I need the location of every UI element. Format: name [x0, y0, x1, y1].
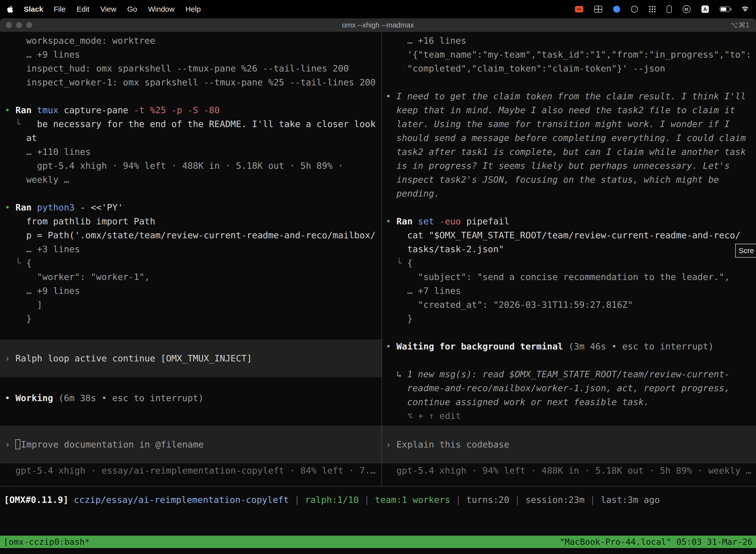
text-segment: should send a message before completing … — [386, 133, 746, 143]
text-segment: pipefail — [461, 216, 509, 226]
text-segment: Working — [15, 393, 53, 403]
text-segment: … +110 lines — [5, 147, 91, 157]
text-segment: Ran — [15, 105, 37, 115]
window-grid-icon[interactable] — [594, 6, 602, 13]
terminal-line: from pathlib import Path — [0, 214, 381, 228]
utility-app-icon[interactable] — [667, 5, 672, 13]
text-segment: Ran — [396, 216, 418, 226]
text-segment: "worker": "worker-1", — [5, 272, 150, 282]
text-segment: (6m 38s • esc to interrupt) — [53, 393, 204, 403]
prompt-suggestion-row[interactable]: › Improve documentation in @filename — [0, 426, 381, 463]
menu-bar: Slack FileEditViewGoWindowHelp 61A — [0, 0, 756, 18]
terminal-line: workspace_mode: worktree — [0, 34, 381, 48]
text-segment: I need to get the claim token from the c… — [396, 91, 746, 101]
text-segment: workspace_mode: worktree — [5, 36, 155, 46]
status-separator — [0, 486, 756, 487]
text-segment: • — [5, 393, 15, 403]
terminal-line: • I need to get the claim token from the… — [382, 89, 756, 103]
terminal-line — [0, 187, 381, 201]
text-segment: is in progress? It seems likely but perh… — [386, 161, 730, 171]
terminal-line — [0, 326, 381, 340]
terminal-line: task2 after task1 is complete, but can I… — [382, 145, 756, 159]
terminal-line: tasks/task-2.json" — [382, 242, 756, 256]
text-segment: turns:20 — [466, 495, 509, 505]
text-segment: set — [418, 216, 434, 226]
menu-view[interactable]: View — [100, 5, 116, 13]
text-segment: -t %25 -p -S -80 — [134, 105, 220, 115]
apple-menu-icon[interactable] — [7, 5, 13, 13]
menu-edit[interactable]: Edit — [77, 5, 89, 13]
text-segment: └ — [386, 258, 407, 268]
terminal-line: • Waiting for background terminal (3m 46… — [382, 340, 756, 353]
text-segment: • — [5, 105, 15, 115]
text-segment: … +9 lines — [5, 49, 80, 60]
notification-popup[interactable]: Scre — [735, 244, 756, 258]
text-segment: continue assigned work or next feasible … — [386, 397, 649, 407]
screen-recording-indicator[interactable] — [575, 6, 583, 12]
terminal-line: "created_at": "2026-03-31T11:59:27.816Z" — [382, 298, 756, 312]
terminal-line: pending. — [382, 187, 756, 201]
text-segment: last:3m ago — [601, 495, 660, 505]
terminal-line: p = Path('.omx/state/team/review-current… — [0, 228, 381, 242]
text-segment: | — [585, 495, 601, 505]
blue-app-icon[interactable] — [613, 6, 620, 13]
text-segment: … +16 lines — [386, 36, 466, 46]
menu-window[interactable]: Window — [148, 5, 175, 13]
text-segment: inspect_hud: omx sparkshell --tmux-pane … — [5, 63, 349, 73]
terminal-line: ] — [0, 298, 381, 312]
dots-grid-icon[interactable] — [649, 6, 656, 13]
dark-circle-app-icon[interactable] — [631, 6, 638, 13]
text-segment: ⌥ + ↑ edit — [386, 411, 461, 421]
omx-status-line: [OMX#0.11.9] cczip/essay/ai-reimplementa… — [0, 493, 756, 507]
text-segment: • — [386, 341, 396, 351]
desktop: Slack FileEditViewGoWindowHelp 61A omx -… — [0, 0, 756, 554]
terminal-line: … +9 lines — [0, 48, 381, 62]
terminal-line: } — [0, 312, 381, 326]
menu-go[interactable]: Go — [127, 5, 137, 13]
text-segment: "subject": "send a concise recommendatio… — [386, 272, 730, 282]
menu-file[interactable]: File — [54, 5, 65, 13]
terminal-line: └ { — [382, 256, 756, 270]
window-titlebar[interactable]: omx --xhigh --madmax ⌥⌘1 — [0, 18, 756, 32]
text-segment: … +7 lines — [386, 286, 461, 296]
text-segment: Ran — [15, 202, 37, 213]
window-shortcut-hint: ⌥⌘1 — [730, 18, 750, 32]
text-segment: inspect_worker-1: omx sparkshell --tmux-… — [5, 77, 376, 88]
input-source-icon[interactable]: A — [701, 5, 709, 13]
text-segment: Ralph loop active continue [OMX_TMUX_INJ… — [15, 353, 252, 364]
menu-help[interactable]: Help — [186, 5, 201, 13]
terminal-content: workspace_mode: worktree … +9 lines insp… — [0, 32, 756, 486]
prompt-suggestion-row[interactable]: › Explain this codebase — [382, 426, 756, 463]
text-segment: | — [450, 495, 466, 505]
terminal-line: … +110 lines — [0, 145, 381, 159]
text-segment: be necessary for the end of the README. … — [37, 119, 376, 129]
text-segment: ralph:1/10 — [305, 495, 359, 505]
terminal-line: keep that in mind. Maybe I also need the… — [382, 103, 756, 117]
terminal-line: cat "$OMX_TEAM_STATE_ROOT/team/review-cu… — [382, 228, 756, 242]
text-segment: cat "$OMX_TEAM_STATE_ROOT/team/review-cu… — [386, 230, 740, 240]
text-segment: } — [5, 314, 32, 324]
text-segment: p = Path('.omx/state/team/review-current… — [5, 230, 376, 240]
terminal-line: readme-and-reco/mailbox/worker-1.json, a… — [382, 381, 756, 395]
prompt-suggestion-row[interactable]: › Ralph loop active continue [OMX_TMUX_I… — [0, 340, 381, 377]
text-segment: pending. — [386, 188, 440, 199]
terminal-line: later. Using the same for transition mig… — [382, 117, 756, 131]
terminal-line: └ be necessary for the end of the README… — [0, 117, 381, 131]
text-segment: 1 new msg(s): read $OMX_TEAM_STATE_ROOT/… — [407, 369, 730, 379]
text-segment: [OMX#0.11.9] — [4, 495, 68, 505]
terminal-line: continue assigned work or next feasible … — [382, 395, 756, 409]
text-cursor — [15, 439, 20, 449]
wifi-icon[interactable] — [741, 6, 749, 12]
text-segment: • — [386, 216, 396, 226]
terminal-line — [382, 353, 756, 367]
battery-icon[interactable] — [720, 6, 730, 12]
active-app-menu[interactable]: Slack — [24, 5, 43, 13]
text-segment: capture-pane — [59, 105, 134, 115]
menu-bar-status-icons: 61A — [575, 5, 749, 13]
terminal-line: "completed","claim_token":"claim-token"}… — [382, 62, 756, 75]
text-segment: Explain this codebase — [396, 439, 509, 449]
text-segment: … +3 lines — [5, 244, 80, 254]
text-segment: (3m 46s • esc to interrupt) — [563, 341, 713, 351]
text-segment: ↳ — [386, 369, 407, 379]
battery-percent-badge[interactable]: 61 — [683, 5, 691, 13]
